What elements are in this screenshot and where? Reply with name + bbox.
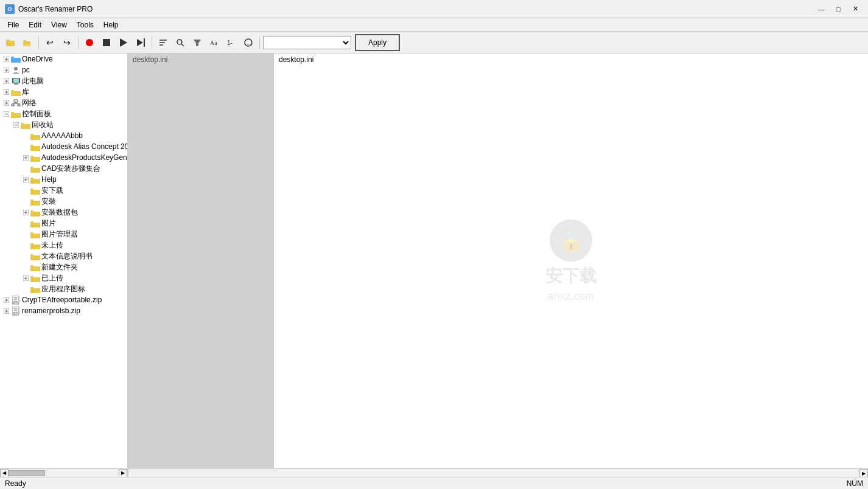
tree-item[interactable]: AutodeskProductsKeyGen全系列: [0, 152, 127, 163]
tree-expand-icon[interactable]: [1, 295, 11, 305]
separator-3: [152, 36, 152, 49]
tree-item[interactable]: Autodesk Alias Concept 2020: [0, 141, 127, 152]
tree-expand-icon[interactable]: [21, 218, 30, 228]
svg-rect-86: [30, 266, 40, 271]
tree-item-label: AAAAAAbbb: [41, 131, 83, 140]
scroll-right-arrow[interactable]: ▶: [119, 469, 127, 477]
record-button[interactable]: [82, 35, 97, 50]
tree-file-icon: [11, 109, 21, 118]
tree-expand-icon[interactable]: [21, 207, 30, 217]
svg-rect-28: [13, 78, 19, 83]
tree-item-label: 已上传: [41, 273, 63, 283]
tree-item[interactable]: 安装: [0, 196, 127, 207]
redo-button[interactable]: ↪: [59, 35, 75, 50]
close-button[interactable]: ✕: [847, 3, 863, 15]
separator-1: [38, 36, 39, 49]
tree-expand-icon[interactable]: [21, 229, 30, 239]
tree-item[interactable]: 未上传: [0, 240, 127, 251]
new-names-panel: desktop.ini 🔒 安下载 anxz.com: [274, 54, 868, 468]
h-scroll-thumb[interactable]: [9, 470, 45, 476]
tree-expand-icon[interactable]: [21, 153, 30, 162]
toolbar: ↩ ↪: [0, 32, 868, 54]
tree-file-icon: [21, 120, 30, 129]
tree-expand-icon[interactable]: [21, 240, 30, 250]
new-button[interactable]: [2, 35, 18, 50]
sort-button[interactable]: [155, 35, 171, 50]
skip-end-button[interactable]: [133, 35, 149, 50]
tree-item[interactable]: 安装数据包: [0, 207, 127, 218]
tree-expand-icon[interactable]: [1, 98, 11, 108]
tree-expand-icon[interactable]: [1, 65, 11, 75]
tree-item[interactable]: CAD安装步骤集合: [0, 163, 127, 174]
tree-file-icon: [11, 88, 21, 96]
menu-item-file[interactable]: File: [2, 18, 24, 31]
scroll-left-arrow[interactable]: ◀: [0, 469, 9, 477]
undo-button[interactable]: ↩: [42, 35, 58, 50]
tree-item[interactable]: 新建文件夹: [0, 262, 127, 272]
minimize-button[interactable]: —: [813, 3, 829, 15]
tree-expand-icon[interactable]: [11, 120, 21, 130]
old-name-item[interactable]: desktop.ini: [128, 55, 273, 64]
tree-item[interactable]: 文本信息说明书: [0, 251, 127, 262]
tree-expand-icon[interactable]: [21, 284, 30, 294]
tree-expand-icon[interactable]: [1, 306, 11, 316]
play-button[interactable]: [116, 35, 131, 50]
tree-expand-icon[interactable]: [21, 142, 30, 151]
tree-item[interactable]: 图片管理器: [0, 229, 127, 240]
tree-item-label: pc: [22, 66, 30, 74]
tree-expand-icon[interactable]: [1, 76, 11, 86]
svg-rect-91: [30, 277, 40, 282]
tree-item[interactable]: Help: [0, 174, 127, 185]
menu-item-tools[interactable]: Tools: [72, 18, 99, 31]
tree-item[interactable]: ZIPCrypTEAfreeportable.zip: [0, 294, 127, 305]
filter-button[interactable]: [189, 35, 205, 50]
preset-dropdown[interactable]: [263, 36, 351, 49]
tree-file-icon: [30, 175, 40, 184]
tree-item[interactable]: 安下载: [0, 185, 127, 196]
tree-item[interactable]: ZIPrenamerprolsb.zip: [0, 305, 127, 316]
tree-item[interactable]: 已上传: [0, 272, 127, 283]
svg-text:1-: 1-: [227, 40, 233, 46]
menu-item-edit[interactable]: Edit: [24, 18, 46, 31]
stop-button[interactable]: [99, 35, 114, 50]
tree-expand-icon[interactable]: [1, 87, 11, 97]
maximize-button[interactable]: □: [830, 3, 846, 15]
tree-expand-icon[interactable]: [21, 251, 30, 261]
tree-expand-icon[interactable]: [21, 196, 30, 206]
apply-button[interactable]: Apply: [355, 34, 400, 51]
tree-item-label: 安下载: [41, 186, 63, 196]
tree-expand-icon[interactable]: [21, 273, 30, 283]
tree-item[interactable]: 此电脑: [0, 75, 127, 86]
tree-item[interactable]: OneDrive: [0, 54, 127, 64]
tree-item[interactable]: 库: [0, 86, 127, 97]
numbering-button[interactable]: 1-: [223, 35, 239, 50]
tree-item[interactable]: 网络: [0, 97, 127, 108]
tree-expand-icon[interactable]: [1, 109, 11, 119]
svg-rect-1: [6, 41, 15, 46]
new-name-item: desktop.ini: [279, 55, 863, 64]
tree-item[interactable]: AAAAAAbbb: [0, 130, 127, 141]
open-button[interactable]: [19, 35, 35, 50]
separator-4: [259, 36, 260, 49]
tree-expand-icon[interactable]: [21, 186, 30, 195]
watermark-icon: 🔒: [550, 220, 592, 262]
svg-rect-66: [30, 178, 33, 179]
tree-item[interactable]: 图片: [0, 218, 127, 229]
scroll-right-arrow2[interactable]: ▶: [859, 469, 868, 477]
extra-button[interactable]: ...: [240, 35, 256, 50]
tree-expand-icon[interactable]: [21, 131, 30, 140]
case-button[interactable]: Aa: [206, 35, 222, 50]
tree-expand-icon[interactable]: [21, 175, 30, 184]
tree-item[interactable]: pc: [0, 64, 127, 75]
tree-expand-icon[interactable]: [1, 54, 11, 64]
tree-expand-icon[interactable]: [21, 164, 30, 173]
menu-item-view[interactable]: View: [46, 18, 72, 31]
menu-item-help[interactable]: Help: [99, 18, 124, 31]
search-button[interactable]: [172, 35, 188, 50]
tree-item[interactable]: 控制面板: [0, 108, 127, 119]
tree-item[interactable]: 回收站: [0, 119, 127, 130]
tree-expand-icon[interactable]: [21, 262, 30, 272]
tree-item[interactable]: 应用程序图标: [0, 283, 127, 294]
svg-rect-34: [11, 91, 21, 96]
svg-rect-47: [11, 113, 21, 118]
